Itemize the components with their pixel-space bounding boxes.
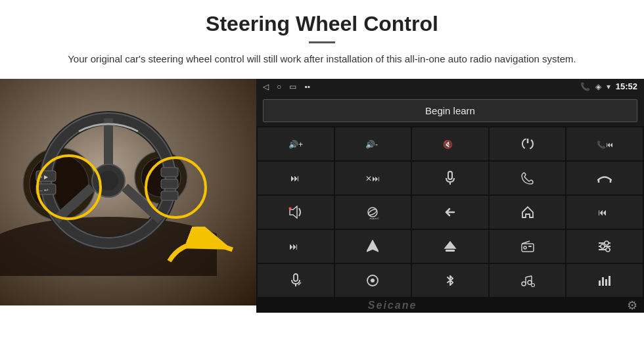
svg-rect-29 <box>448 171 452 179</box>
svg-rect-47 <box>528 246 532 247</box>
svg-rect-43 <box>446 250 455 252</box>
yellow-arrow <box>158 227 250 273</box>
surround-360-button[interactable]: 360° <box>335 196 411 229</box>
svg-rect-67 <box>605 279 607 286</box>
svg-text:⏮: ⏮ <box>598 207 607 217</box>
phone-status-icon: 📞 <box>580 82 590 91</box>
back-arrow-icon[interactable]: ◁ <box>263 82 269 91</box>
svg-text:⏭: ⏭ <box>289 241 298 252</box>
svg-point-52 <box>601 244 605 248</box>
gear-icon[interactable]: ⚙ <box>627 298 637 313</box>
home-circle-icon[interactable]: ○ <box>277 82 281 91</box>
content-section: + ▶ – ↩ <box>0 79 644 305</box>
svg-point-58 <box>371 279 375 282</box>
svg-rect-68 <box>609 276 610 286</box>
svg-point-59 <box>522 282 526 286</box>
status-bar-left: ◁ ○ ▭ ▪▪ <box>263 82 310 91</box>
svg-marker-41 <box>367 240 379 252</box>
svg-text:⏭: ⏭ <box>290 173 300 183</box>
vol-down-button[interactable]: 🔊- <box>335 127 411 160</box>
equalizer-button[interactable] <box>566 264 643 297</box>
begin-learn-row: Begin learn <box>256 94 644 126</box>
page-wrapper: Steering Wheel Control Your original car… <box>0 0 644 360</box>
svg-point-51 <box>605 241 609 245</box>
title-divider <box>309 41 335 43</box>
settings-sliders-button[interactable] <box>566 230 643 263</box>
status-bar-right: 📞 ◈ ▾ 15:52 <box>580 81 637 91</box>
car-bg: + ▶ – ↩ <box>0 79 256 305</box>
wifi-icon: ▾ <box>607 82 610 91</box>
svg-point-45 <box>524 246 526 249</box>
callout-circle-left <box>36 154 102 220</box>
power-button[interactable] <box>490 127 566 160</box>
svg-marker-42 <box>445 242 455 248</box>
car-image: + ▶ – ↩ <box>0 79 256 305</box>
seicane-logo: Seicane <box>368 300 417 311</box>
svg-point-60 <box>528 281 532 284</box>
subtitle: Your original car's steering wheel contr… <box>66 51 578 67</box>
svg-point-64 <box>531 284 534 287</box>
radio-button[interactable] <box>490 230 566 263</box>
location-icon: ◈ <box>595 82 601 91</box>
notif-icon: ▪▪ <box>304 82 310 91</box>
music-settings-button[interactable] <box>490 264 566 297</box>
home-button[interactable] <box>490 196 566 229</box>
callout-circle-right <box>145 156 207 219</box>
svg-text:360°: 360° <box>369 217 379 219</box>
control-grid: 🔊+ 🔊- 🔇 📞⏮ <box>256 126 644 298</box>
bottom-bar: Seicane ⚙ <box>256 298 644 313</box>
hang-up-button[interactable] <box>566 162 643 194</box>
svg-text:📞⏮: 📞⏮ <box>597 140 612 149</box>
phone-call-button[interactable] <box>490 162 566 194</box>
eject-button[interactable] <box>412 230 488 263</box>
svg-rect-65 <box>599 281 601 286</box>
svg-text:✕⏭: ✕⏭ <box>365 174 380 183</box>
svg-text:🔇: 🔇 <box>443 139 453 149</box>
svg-line-63 <box>526 276 532 277</box>
navigate-button[interactable] <box>335 230 411 263</box>
speaker-button[interactable] <box>258 196 334 229</box>
android-screen: ◁ ○ ▭ ▪▪ 📞 ◈ ▾ 15:52 Begin learn <box>256 79 644 305</box>
svg-point-53 <box>606 248 610 252</box>
microphone-button[interactable] <box>412 162 488 194</box>
fast-forward-button[interactable]: ⏭ <box>258 230 334 263</box>
status-bar: ◁ ○ ▭ ▪▪ 📞 ◈ ▾ 15:52 <box>256 79 644 94</box>
mute-ff-button[interactable]: ✕⏭ <box>335 162 411 194</box>
svg-text:🔊-: 🔊- <box>365 139 378 149</box>
mic2-button[interactable] <box>258 264 334 297</box>
vol-up-button[interactable]: 🔊+ <box>258 127 334 160</box>
header-section: Steering Wheel Control Your original car… <box>0 0 644 74</box>
call-prev-button[interactable]: 📞⏮ <box>566 127 643 160</box>
next-track-button[interactable]: ⏭ <box>258 162 334 194</box>
time-display: 15:52 <box>616 81 637 91</box>
recent-apps-icon[interactable]: ▭ <box>289 82 296 91</box>
prev-skip-button[interactable]: ⏮ <box>566 196 643 229</box>
bluetooth-button[interactable] <box>412 264 488 297</box>
page-title: Steering Wheel Control <box>39 12 605 36</box>
svg-rect-54 <box>294 274 298 281</box>
circle-dot-button[interactable] <box>335 264 411 297</box>
svg-text:🔊+: 🔊+ <box>288 139 303 149</box>
begin-learn-button[interactable]: Begin learn <box>263 99 637 122</box>
svg-rect-66 <box>602 277 604 286</box>
back-arrow-button[interactable] <box>412 196 488 229</box>
vol-mute-button[interactable]: 🔇 <box>412 127 488 160</box>
